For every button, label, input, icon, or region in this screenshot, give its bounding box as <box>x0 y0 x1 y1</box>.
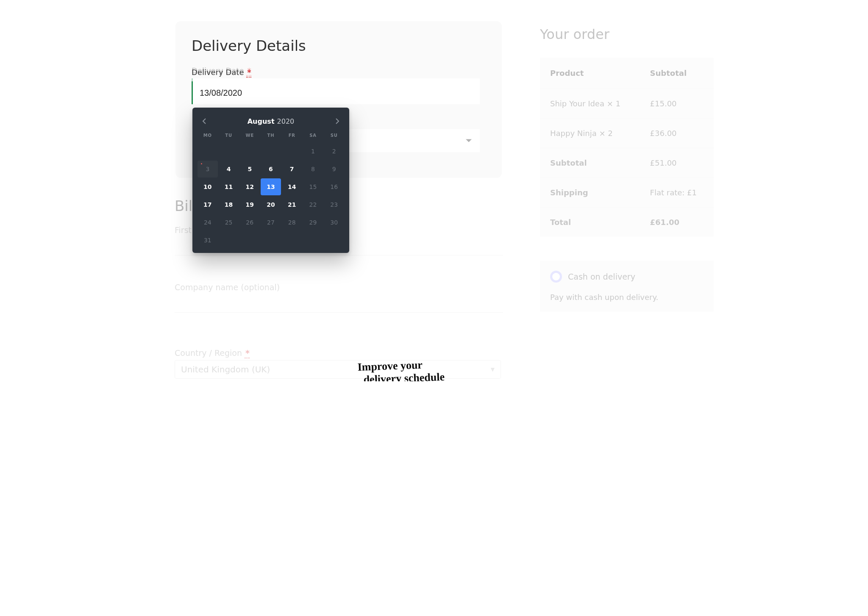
calendar-dow: TH <box>261 130 281 142</box>
order-item-name: Ship Your Idea × 1 <box>540 89 640 119</box>
calendar-day[interactable]: 7 <box>282 161 302 178</box>
calendar-day: 28 <box>282 214 302 231</box>
delivery-heading: Delivery Details <box>192 37 306 54</box>
calendar-dow: MO <box>198 130 218 142</box>
calendar-empty-cell <box>282 143 302 160</box>
calendar-day[interactable]: 13 <box>261 178 281 195</box>
calendar-day[interactable]: 6 <box>261 161 281 178</box>
chevron-down-icon <box>465 137 472 145</box>
table-row: Subtotal £51.00 <box>540 148 714 178</box>
calendar-day: 26 <box>239 214 260 231</box>
calendar-day[interactable]: 20 <box>261 196 281 213</box>
calendar-day[interactable]: 5 <box>239 161 260 178</box>
calendar-empty-cell <box>303 232 323 249</box>
calendar-empty-cell <box>219 143 239 160</box>
calendar-day[interactable]: 10 <box>198 178 218 195</box>
calendar-day: 3 <box>198 161 218 178</box>
country-value: United Kingdom (UK) <box>181 364 270 375</box>
calendar-dow: SA <box>303 130 323 142</box>
calendar-empty-cell <box>282 232 302 249</box>
order-summary: Your order Product Subtotal Ship Your Id… <box>540 26 714 312</box>
required-mark: * <box>245 348 250 358</box>
table-row: Happy Ninja × 2 £36.00 <box>540 119 714 148</box>
calendar-empty-cell <box>219 232 239 249</box>
order-heading: Your order <box>540 26 714 42</box>
order-table: Product Subtotal Ship Your Idea × 1 £15.… <box>540 58 714 237</box>
calendar-day: 8 <box>303 161 323 178</box>
shipping-label: Shipping <box>540 178 640 208</box>
table-row: Shipping Flat rate: £1 <box>540 178 714 208</box>
subtotal-value: £51.00 <box>640 148 714 178</box>
calendar-empty-cell <box>324 232 344 249</box>
table-row: Ship Your Idea × 1 £15.00 <box>540 89 714 119</box>
total-value: £61.00 <box>640 208 714 237</box>
calendar-empty-cell <box>261 143 281 160</box>
subtotal-label: Subtotal <box>540 148 640 178</box>
date-picker[interactable]: August2020 MOTUWETHFRSASU123456789101112… <box>192 108 349 253</box>
calendar-title: August2020 <box>248 117 295 125</box>
calendar-day: 27 <box>261 214 281 231</box>
calendar-day[interactable]: 12 <box>239 178 260 195</box>
column-product: Product <box>540 58 640 89</box>
payment-panel: Cash on delivery Pay with cash upon deli… <box>540 261 714 312</box>
calendar-next-button[interactable] <box>332 116 342 126</box>
calendar-empty-cell <box>198 143 218 160</box>
calendar-dow: WE <box>239 130 260 142</box>
calendar-day: 24 <box>198 214 218 231</box>
calendar-day: 2 <box>324 143 344 160</box>
calendar-day: 1 <box>303 143 323 160</box>
calendar-day: 31 <box>198 232 218 249</box>
payment-note: Pay with cash upon delivery. <box>550 293 704 302</box>
delivery-date-input[interactable] <box>192 81 480 104</box>
calendar-dow: FR <box>282 130 302 142</box>
column-subtotal: Subtotal <box>640 58 714 89</box>
calendar-day[interactable]: 11 <box>219 178 239 195</box>
country-label: Country / Region * <box>175 348 503 358</box>
calendar-day[interactable]: 14 <box>282 178 302 195</box>
calendar-day: 30 <box>324 214 344 231</box>
calendar-day[interactable]: 4 <box>219 161 239 178</box>
delivery-date-label: Delivery Date * <box>192 68 251 77</box>
calendar-day[interactable]: 18 <box>219 196 239 213</box>
calendar-day: 16 <box>324 178 344 195</box>
calendar-empty-cell <box>261 232 281 249</box>
calendar-empty-cell <box>239 232 260 249</box>
table-row: Total £61.00 <box>540 208 714 237</box>
order-item-name: Happy Ninja × 2 <box>540 119 640 148</box>
calendar-day[interactable]: 17 <box>198 196 218 213</box>
calendar-day[interactable]: 21 <box>282 196 302 213</box>
calendar-day[interactable]: 19 <box>239 196 260 213</box>
calendar-dow: SU <box>324 130 344 142</box>
order-item-price: £36.00 <box>640 119 714 148</box>
calendar-dow: TU <box>219 130 239 142</box>
calendar-day: 15 <box>303 178 323 195</box>
payment-option-label: Cash on delivery <box>568 272 635 281</box>
payment-radio[interactable] <box>550 271 562 283</box>
calendar-day: 23 <box>324 196 344 213</box>
calendar-prev-button[interactable] <box>199 116 209 126</box>
calendar-empty-cell <box>239 143 260 160</box>
calendar-day: 22 <box>303 196 323 213</box>
calendar-day: 9 <box>324 161 344 178</box>
order-item-price: £15.00 <box>640 89 714 119</box>
calendar-day: 25 <box>219 214 239 231</box>
shipping-value: Flat rate: £1 <box>640 178 714 208</box>
required-mark: * <box>246 68 251 78</box>
company-name-label: Company name (optional) <box>175 283 503 292</box>
total-label: Total <box>540 208 640 237</box>
company-name-input[interactable] <box>175 294 503 313</box>
calendar-day: 29 <box>303 214 323 231</box>
